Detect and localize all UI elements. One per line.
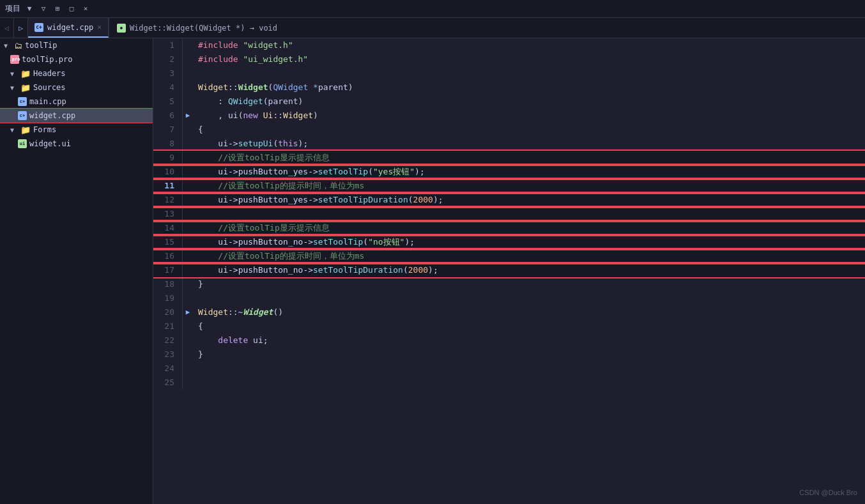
table-row: 12 ui->pushButton_yes->setToolTipDuratio… — [153, 193, 865, 207]
line-number: 13 — [153, 207, 183, 221]
widget-icon: ◆ — [117, 24, 126, 33]
line-number: 17 — [153, 263, 183, 277]
close-icon[interactable]: × — [80, 4, 91, 14]
root-label: toolTip — [25, 41, 57, 50]
table-row: 13 — [153, 207, 865, 221]
line-content: } — [193, 277, 865, 291]
line-arrow — [183, 221, 193, 235]
line-arrow: ▶ — [183, 109, 193, 123]
headers-folder-icon: 📁 — [20, 69, 31, 79]
arrow-icon: ▼ — [4, 42, 11, 49]
sidebar-item-forms[interactable]: ▼ 📁 Forms — [0, 123, 153, 137]
table-row: 19 — [153, 291, 865, 305]
line-content: ui->pushButton_no->setToolTip("no按钮"); — [193, 235, 865, 249]
sidebar-item-widget-ui[interactable]: ui widget.ui — [0, 137, 153, 151]
pro-file-icon: .pro — [10, 55, 19, 64]
sidebar-item-main-cpp[interactable]: c+ main.cpp — [0, 95, 153, 109]
line-number: 4 — [153, 80, 183, 95]
line-number: 5 — [153, 95, 183, 109]
cpp-file-icon: c+ — [34, 23, 43, 32]
main-area: ▼ 🗂 toolTip .pro toolTip.pro ▼ 📁 Headers… — [0, 38, 865, 504]
sidebar-item-widget-cpp[interactable]: c+ widget.cpp — [0, 109, 153, 123]
line-arrow — [183, 277, 193, 291]
line-arrow: ▶ — [183, 305, 193, 319]
table-row: 17 ui->pushButton_no->setToolTipDuration… — [153, 263, 865, 277]
line-number: 14 — [153, 221, 183, 235]
line-arrow — [183, 179, 193, 193]
line-arrow — [183, 319, 193, 333]
table-row: 15 ui->pushButton_no->setToolTip("no按钮")… — [153, 235, 865, 249]
line-arrow — [183, 151, 193, 165]
line-content: //设置toolTip显示提示信息 — [193, 221, 865, 235]
line-arrow — [183, 193, 193, 207]
line-arrow — [183, 95, 193, 109]
line-arrow — [183, 165, 193, 179]
pro-file-label: toolTip.pro — [22, 55, 72, 64]
expand-icon[interactable]: □ — [66, 4, 77, 14]
line-number: 10 — [153, 165, 183, 179]
arrow-icon: ▼ — [10, 126, 18, 134]
line-content: ui->pushButton_no->setToolTipDuration(20… — [193, 263, 865, 277]
line-arrow — [183, 80, 193, 95]
sidebar-item-pro[interactable]: .pro toolTip.pro — [0, 52, 153, 66]
line-number: 18 — [153, 277, 183, 291]
table-row: 22 delete ui; — [153, 333, 865, 347]
cpp-icon: c+ — [18, 97, 27, 106]
line-number: 22 — [153, 333, 183, 347]
nav-back-button[interactable]: ◁ — [0, 18, 14, 38]
line-content: //设置toolTip的提示时间，单位为ms — [193, 179, 865, 193]
line-arrow — [183, 249, 193, 263]
table-row: 25 — [153, 376, 865, 390]
sources-folder-icon: 📁 — [20, 83, 31, 93]
line-number: 1 — [153, 38, 183, 52]
line-number: 6 — [153, 109, 183, 123]
table-row: 24 — [153, 362, 865, 376]
line-content: : QWidget(parent) — [193, 95, 865, 109]
table-row: 2 #include "ui_widget.h" — [153, 52, 865, 66]
line-arrow — [183, 52, 193, 66]
project-label: 项目 — [5, 3, 20, 14]
table-row: 14 //设置toolTip显示提示信息 — [153, 221, 865, 235]
main-cpp-label: main.cpp — [29, 97, 66, 106]
line-content: , ui(new Ui::Widget) — [193, 109, 865, 123]
table-row: 16 //设置toolTip的提示时间，单位为ms — [153, 249, 865, 263]
widget-ui-label: widget.ui — [29, 139, 71, 148]
dropdown-icon[interactable]: ▼ — [24, 4, 34, 14]
forms-label: Forms — [33, 125, 56, 134]
table-row: 9 //设置toolTip显示提示信息 — [153, 151, 865, 165]
line-number: 7 — [153, 123, 183, 137]
line-number: 3 — [153, 66, 183, 80]
line-content: #include "widget.h" — [193, 38, 865, 52]
line-arrow — [183, 66, 193, 80]
table-row: 6 ▶ , ui(new Ui::Widget) — [153, 109, 865, 123]
line-content — [193, 66, 865, 80]
line-content: { — [193, 123, 865, 137]
sidebar-item-headers[interactable]: ▼ 📁 Headers — [0, 66, 153, 80]
code-lines: 1 #include "widget.h" 2 #include "ui_wid… — [153, 38, 865, 390]
table-row: 10 ui->pushButton_yes->setToolTip("yes按钮… — [153, 165, 865, 179]
line-number: 25 — [153, 376, 183, 390]
sidebar-item-root[interactable]: ▼ 🗂 toolTip — [0, 38, 153, 52]
cpp-icon: c+ — [18, 111, 27, 120]
line-arrow — [183, 235, 193, 249]
line-arrow — [183, 291, 193, 305]
line-content: { — [193, 319, 865, 333]
line-arrow — [183, 347, 193, 362]
tab-close-button[interactable]: × — [97, 23, 102, 31]
table-row: 18 } — [153, 277, 865, 291]
title-bar: 项目 ▼ ▽ ⊞ □ × — [0, 0, 865, 18]
nav-fwd-button[interactable]: ▷ — [14, 18, 28, 38]
sidebar-item-sources[interactable]: ▼ 📁 Sources — [0, 80, 153, 95]
line-content: ui->pushButton_yes->setToolTipDuration(2… — [193, 193, 865, 207]
sources-label: Sources — [33, 83, 66, 92]
headers-label: Headers — [33, 69, 66, 78]
filter-icon[interactable]: ▽ — [38, 4, 49, 14]
link-icon[interactable]: ⊞ — [52, 4, 63, 14]
line-arrow — [183, 362, 193, 376]
title-bar-left: 项目 ▼ ▽ ⊞ □ × — [5, 3, 860, 14]
arrow-icon: ▼ — [10, 84, 18, 91]
line-number: 8 — [153, 137, 183, 151]
table-row: 23 } — [153, 347, 865, 362]
code-editor[interactable]: 1 #include "widget.h" 2 #include "ui_wid… — [153, 38, 865, 504]
tab-widget-cpp[interactable]: c+ widget.cpp × — [28, 18, 109, 38]
